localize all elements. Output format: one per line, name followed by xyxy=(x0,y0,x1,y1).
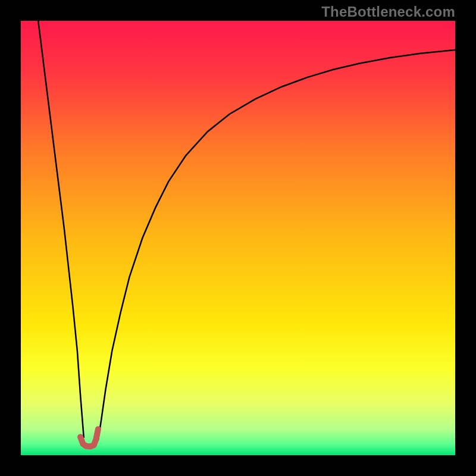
chart-canvas xyxy=(21,21,455,455)
gradient-background xyxy=(21,21,455,455)
chart-frame: TheBottleneck.com xyxy=(0,0,476,476)
watermark-text: TheBottleneck.com xyxy=(321,4,455,20)
plot-area xyxy=(21,21,455,455)
